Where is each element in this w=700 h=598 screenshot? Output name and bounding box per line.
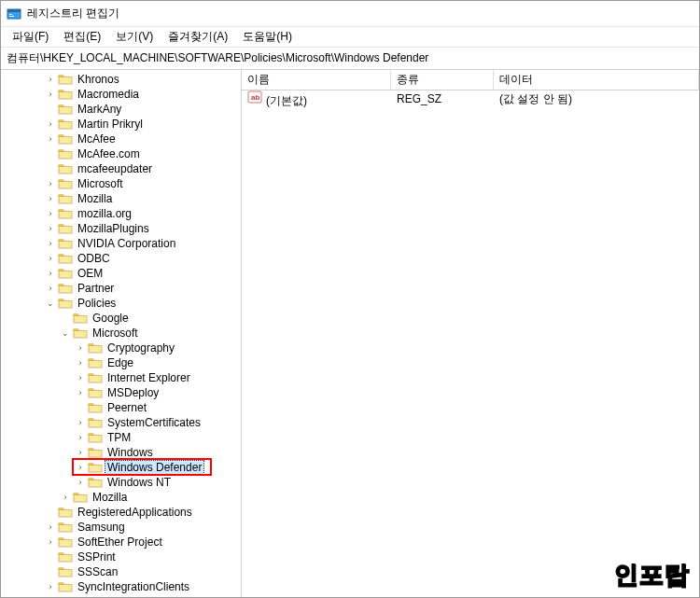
tree-item[interactable]: ›Internet Explorer [3, 370, 241, 385]
tree-item-label[interactable]: Samsung [76, 521, 127, 534]
tree-pane[interactable]: ›Khronos›MacromediaMarkAny›Martin Prikry… [1, 70, 242, 598]
chevron-right-icon[interactable]: › [44, 192, 57, 205]
tree-item-label[interactable]: Cryptography [105, 341, 176, 355]
menu-file[interactable]: 파일(F) [5, 27, 56, 47]
tree-item[interactable]: ›Edge [3, 355, 241, 370]
tree-item[interactable]: ⌄Policies [3, 296, 241, 311]
tree-item-label[interactable]: Microsoft [76, 177, 125, 190]
tree-item[interactable]: ›MSDeploy [3, 385, 241, 400]
tree-item[interactable]: SSPrint [3, 549, 241, 564]
tree-item-label[interactable]: McAfee.com [76, 147, 142, 160]
tree-item[interactable]: mcafeeupdater [3, 161, 241, 176]
tree-item[interactable]: ›Windows [3, 445, 241, 460]
value-row[interactable]: ab(기본값)REG_SZ(값 설정 안 됨) [242, 90, 699, 107]
tree-item[interactable]: ›Mozilla [3, 490, 241, 505]
tree-item-label[interactable]: Mozilla [91, 491, 129, 504]
chevron-right-icon[interactable]: › [74, 446, 87, 459]
tree-item[interactable]: ›NVIDIA Corporation [3, 236, 241, 251]
chevron-right-icon[interactable]: › [44, 132, 57, 146]
tree-item-label[interactable]: ODBC [76, 252, 112, 265]
chevron-down-icon[interactable]: ⌄ [44, 297, 57, 310]
tree-item-label[interactable]: mozilla.org [76, 207, 133, 220]
chevron-right-icon[interactable]: › [74, 416, 87, 429]
tree-item[interactable]: ›SoftEther Project [3, 535, 241, 549]
chevron-right-icon[interactable]: › [74, 431, 87, 444]
chevron-right-icon[interactable]: › [44, 207, 57, 220]
tree-item-label[interactable]: SystemCertificates [105, 416, 203, 429]
tree-item[interactable]: MarkAny [3, 102, 241, 117]
chevron-right-icon[interactable]: › [44, 535, 57, 549]
tree-item-label[interactable]: Microsoft [91, 327, 140, 340]
tree-item-label[interactable]: SyncIntegrationClients [76, 580, 191, 593]
tree-item[interactable]: ›TPM [3, 430, 241, 445]
tree-item[interactable]: ›Samsung [3, 520, 241, 535]
tree-item-label[interactable]: MSDeploy [105, 386, 161, 399]
tree-item-label[interactable]: NVIDIA Corporation [76, 237, 177, 250]
menu-help[interactable]: 도움말(H) [235, 27, 300, 47]
tree-item[interactable]: ›TouchEn [3, 594, 241, 598]
tree-item-label[interactable]: SSPrint [76, 550, 118, 563]
tree-item-label[interactable]: Peernet [105, 401, 148, 414]
tree-item-label[interactable]: Windows [105, 446, 155, 459]
tree-item[interactable]: ›McAfee [3, 132, 241, 146]
chevron-right-icon[interactable]: › [44, 73, 57, 86]
chevron-right-icon[interactable]: › [74, 356, 87, 369]
tree-item[interactable]: ›Macromedia [3, 87, 241, 102]
tree-item-label[interactable]: OEM [76, 267, 105, 280]
tree-item[interactable]: ›Mozilla [3, 191, 241, 206]
address-bar[interactable]: 컴퓨터\HKEY_LOCAL_MACHINE\SOFTWARE\Policies… [1, 48, 699, 70]
column-data[interactable]: 데이터 [494, 70, 699, 90]
chevron-right-icon[interactable]: › [74, 476, 87, 489]
menu-view[interactable]: 보기(V) [108, 27, 161, 47]
tree-item[interactable]: ›mozilla.org [3, 206, 241, 221]
tree-item-label[interactable]: Google [91, 312, 131, 325]
chevron-right-icon[interactable]: › [44, 222, 57, 235]
tree-item[interactable]: McAfee.com [3, 146, 241, 161]
chevron-right-icon[interactable]: › [59, 491, 72, 504]
chevron-right-icon[interactable]: › [44, 237, 57, 250]
tree-item-label[interactable]: RegisteredApplications [76, 506, 194, 519]
menu-edit[interactable]: 편집(E) [56, 27, 108, 47]
chevron-right-icon[interactable]: › [44, 580, 57, 593]
tree-item-label[interactable]: MozillaPlugins [76, 222, 151, 235]
tree-item[interactable]: ›Windows Defender [3, 460, 241, 475]
tree-item-label[interactable]: Macromedia [76, 88, 141, 101]
tree-item[interactable]: ›Partner [3, 281, 241, 296]
tree-item-label[interactable]: TPM [105, 431, 133, 444]
tree-item-label[interactable]: Policies [76, 297, 118, 310]
chevron-down-icon[interactable]: ⌄ [59, 327, 72, 340]
tree-item[interactable]: ›Khronos [3, 72, 241, 87]
tree-item[interactable]: ›Microsoft [3, 176, 241, 191]
tree-item[interactable]: SSScan [3, 564, 241, 579]
tree-item[interactable]: ›SyncIntegrationClients [3, 579, 241, 594]
chevron-right-icon[interactable]: › [44, 267, 57, 280]
tree-item[interactable]: ›ODBC [3, 251, 241, 266]
tree-item[interactable]: ›MozillaPlugins [3, 221, 241, 236]
tree-item-label[interactable]: Partner [76, 282, 116, 295]
tree-item-label[interactable]: Internet Explorer [105, 371, 192, 384]
tree-item-label[interactable]: Mozilla [76, 192, 114, 205]
chevron-right-icon[interactable]: › [44, 118, 57, 131]
tree-item-label[interactable]: Windows Defender [105, 461, 203, 474]
chevron-right-icon[interactable]: › [44, 88, 57, 101]
chevron-right-icon[interactable]: › [44, 177, 57, 190]
tree-item-label[interactable]: SSScan [76, 565, 119, 578]
tree-item-label[interactable]: MarkAny [76, 103, 123, 116]
tree-item[interactable]: ›SystemCertificates [3, 415, 241, 430]
tree-item-label[interactable]: McAfee [76, 132, 118, 146]
chevron-right-icon[interactable]: › [74, 461, 87, 474]
chevron-right-icon[interactable]: › [44, 252, 57, 265]
tree-item[interactable]: ›Martin Prikryl [3, 117, 241, 132]
column-type[interactable]: 종류 [391, 70, 494, 90]
tree-item[interactable]: ›Cryptography [3, 341, 241, 355]
chevron-right-icon[interactable]: › [74, 386, 87, 399]
tree-item[interactable]: ›Windows NT [3, 475, 241, 490]
tree-item-label[interactable]: Edge [105, 356, 135, 369]
tree-item[interactable]: RegisteredApplications [3, 505, 241, 520]
tree-item[interactable]: ›OEM [3, 266, 241, 281]
tree-item-label[interactable]: Martin Prikryl [76, 118, 145, 131]
tree-item-label[interactable]: mcafeeupdater [76, 162, 154, 175]
chevron-right-icon[interactable]: › [74, 371, 87, 384]
tree-item-label[interactable]: SoftEther Project [76, 535, 164, 549]
chevron-right-icon[interactable]: › [44, 521, 57, 534]
